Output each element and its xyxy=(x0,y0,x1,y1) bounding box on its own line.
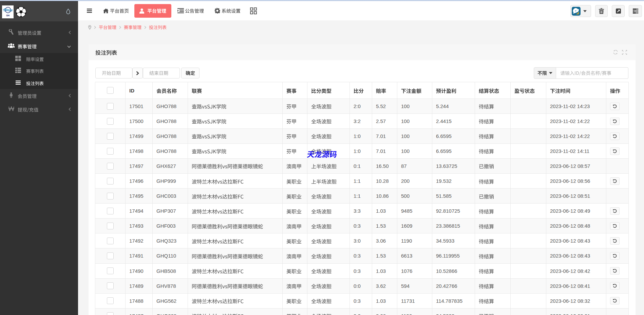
svg-text:GH: GH xyxy=(6,14,10,17)
